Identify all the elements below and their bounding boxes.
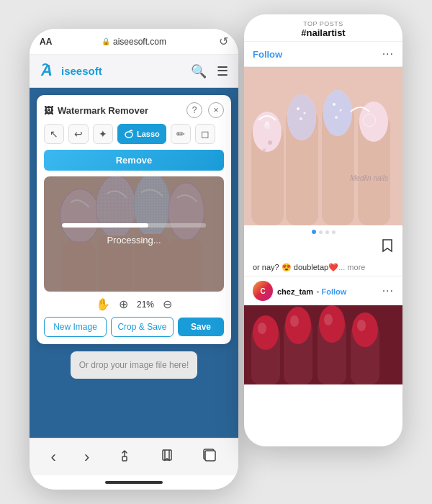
post2-image	[244, 305, 402, 384]
right-phone: TOP POSTS #nailartist Follow ···	[244, 14, 402, 446]
drop-zone[interactable]: Or drop your image file here!	[71, 351, 198, 379]
panel-title: 🖼 Watermark Remover	[44, 105, 148, 116]
dot-2	[319, 230, 323, 234]
lasso-icon	[124, 129, 134, 139]
hashtag: #nailartist	[253, 27, 394, 38]
svg-point-47	[253, 315, 279, 350]
svg-rect-17	[122, 456, 127, 461]
bookmark-button[interactable]	[381, 238, 394, 256]
search-icon[interactable]: 🔍	[191, 63, 207, 79]
back-button[interactable]: ‹	[51, 448, 56, 467]
post2-svg	[244, 305, 402, 384]
bookmark-icon	[381, 238, 394, 253]
svg-point-33	[304, 112, 306, 114]
app-content: 🖼 Watermark Remover ? × ↖	[30, 88, 238, 438]
select-tool[interactable]: ↖	[44, 124, 64, 144]
left-phone: AA 🔒 aiseesoft.com ↺ A iseesoft 🔍	[30, 29, 238, 490]
hand-icon[interactable]: ✋	[96, 297, 110, 311]
zoom-out-icon[interactable]: ⊖	[163, 297, 172, 311]
svg-point-52	[290, 315, 299, 327]
dot-3	[325, 230, 329, 234]
carousel-dots	[244, 225, 402, 235]
svg-point-35	[333, 103, 336, 106]
logo-a-letter: A	[40, 60, 58, 83]
caption: or nay? 😍 doubletap❤️... more	[244, 259, 402, 276]
url-text: aiseesoft.com	[113, 37, 166, 47]
share-button[interactable]	[117, 448, 132, 467]
zoom-in-icon[interactable]: ⊕	[119, 297, 128, 311]
zoom-value: 21%	[137, 300, 154, 310]
processing-overlay: Processing...	[44, 176, 224, 292]
svg-point-31	[323, 90, 352, 136]
help-button[interactable]: ?	[186, 102, 202, 118]
post2-user: C chez_tam • Follow	[253, 281, 346, 301]
logo-text: iseesoft	[61, 65, 102, 77]
progress-bar-fill	[62, 223, 148, 228]
tool-bar: ↖ ↩ ✦ Lasso ✏ ◻	[44, 124, 224, 144]
status-bar: AA 🔒 aiseesoft.com ↺	[30, 29, 238, 55]
post2-options-button[interactable]: ···	[382, 284, 394, 297]
lock-icon: 🔒	[102, 37, 110, 45]
caption-text: or nay? 😍 doubletap	[253, 263, 328, 271]
svg-point-34	[300, 117, 302, 120]
crop-save-button[interactable]: Crop & Save	[111, 317, 174, 337]
progress-bar-container	[62, 223, 206, 228]
drop-zone-text: Or drop your image file here!	[79, 360, 189, 370]
forward-button[interactable]: ›	[84, 448, 89, 467]
panel-actions: ? ×	[186, 102, 224, 118]
remove-button[interactable]: Remove	[44, 150, 224, 171]
svg-point-50	[352, 312, 378, 347]
svg-point-1	[125, 132, 132, 138]
menu-icon[interactable]: ☰	[217, 63, 228, 79]
image-preview: Processing...	[44, 176, 224, 292]
panel-header: 🖼 Watermark Remover ? ×	[44, 102, 224, 118]
main-post-image: Medlin nails	[244, 67, 402, 225]
tabs-icon	[202, 448, 217, 462]
ig-header: TOP POSTS #nailartist	[244, 14, 402, 42]
app-header: A iseesoft 🔍 ☰	[30, 55, 238, 88]
lasso-tool[interactable]: Lasso	[117, 124, 166, 144]
save-button[interactable]: Save	[178, 318, 224, 336]
more-link[interactable]: ... more	[338, 263, 365, 271]
pen-tool[interactable]: ✏	[171, 124, 191, 144]
svg-point-40	[268, 140, 272, 145]
zoom-bar: ✋ ⊕ 21% ⊖	[44, 297, 224, 311]
svg-point-48	[285, 307, 311, 344]
svg-point-54	[357, 320, 366, 331]
follow-row: Follow ···	[244, 42, 402, 67]
top-posts-label: TOP POSTS	[253, 20, 394, 27]
close-button[interactable]: ×	[208, 102, 224, 118]
aa-label: AA	[40, 37, 52, 47]
post2-user-info: chez_tam • Follow	[277, 284, 346, 297]
star-tool[interactable]: ✦	[93, 124, 113, 144]
bookmarks-icon	[160, 448, 174, 462]
home-bar	[30, 475, 238, 490]
post2-follow-button[interactable]: Follow	[322, 287, 347, 296]
svg-point-32	[297, 107, 300, 110]
follow-button[interactable]: Follow	[253, 49, 282, 60]
erase-tool[interactable]: ◻	[195, 124, 215, 144]
watermark-text: Medlin nails	[350, 174, 388, 182]
actions-row	[244, 235, 402, 259]
header-icons: 🔍 ☰	[191, 63, 228, 79]
undo-tool[interactable]: ↩	[68, 124, 89, 144]
reload-button[interactable]: ↺	[219, 35, 228, 48]
lasso-label: Lasso	[137, 130, 160, 138]
bookmarks-button[interactable]	[160, 448, 174, 467]
panel-title-text: Watermark Remover	[58, 105, 148, 116]
dot-4	[332, 230, 336, 234]
new-image-button[interactable]: New Image	[44, 317, 107, 337]
url-bar[interactable]: 🔒 aiseesoft.com	[102, 37, 166, 47]
nav-bar: ‹ ›	[30, 438, 238, 475]
watermark-panel: 🖼 Watermark Remover ? × ↖	[37, 95, 231, 344]
username[interactable]: chez_tam	[277, 287, 313, 296]
svg-point-53	[324, 314, 333, 325]
tabs-button[interactable]	[202, 448, 217, 467]
svg-point-26	[253, 112, 282, 152]
logo: A iseesoft	[40, 60, 102, 83]
svg-point-41	[263, 148, 266, 151]
bullet: •	[317, 287, 322, 296]
post-options-button[interactable]: ···	[382, 48, 394, 60]
main-image-svg	[244, 67, 402, 225]
processing-text: Processing...	[107, 235, 161, 246]
